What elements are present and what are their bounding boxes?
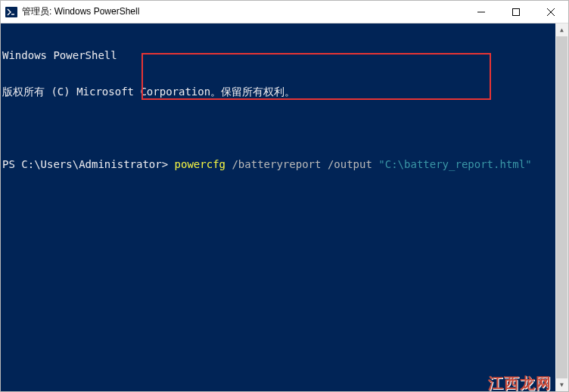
close-button[interactable] <box>533 1 568 23</box>
powershell-window: 管理员: Windows PowerShell Windows PowerShe… <box>0 0 569 392</box>
powershell-icon <box>5 6 17 18</box>
vertical-scrollbar[interactable]: ▲ ▼ <box>555 23 568 391</box>
watermark-text: 江西龙网 <box>488 377 552 389</box>
terminal-header-1: Windows PowerShell <box>2 49 568 61</box>
window-title: 管理员: Windows PowerShell <box>22 5 464 18</box>
svg-rect-0 <box>5 7 17 17</box>
titlebar[interactable]: 管理员: Windows PowerShell <box>1 1 568 23</box>
terminal-area[interactable]: Windows PowerShell 版权所有 (C) Microsoft Co… <box>1 23 568 391</box>
scroll-down-button[interactable]: ▼ <box>555 378 568 391</box>
minimize-button[interactable] <box>464 1 499 23</box>
command-executable: powercfg <box>175 158 225 170</box>
terminal-command-line: PS C:\Users\Administrator> powercfg /bat… <box>2 158 568 170</box>
scroll-track[interactable] <box>555 36 568 378</box>
terminal-header-2: 版权所有 (C) Microsoft Corporation。保留所有权利。 <box>2 86 568 98</box>
svg-rect-3 <box>513 9 520 16</box>
command-path: "C:\battery_report.html" <box>378 158 531 170</box>
scroll-thumb[interactable] <box>556 36 567 378</box>
window-controls <box>464 1 568 23</box>
terminal-blank <box>2 122 568 134</box>
maximize-button[interactable] <box>499 1 533 23</box>
scroll-up-button[interactable]: ▲ <box>555 23 568 36</box>
prompt-text: PS C:\Users\Administrator> <box>2 158 175 170</box>
command-args: /batteryreport /output <box>225 158 378 170</box>
